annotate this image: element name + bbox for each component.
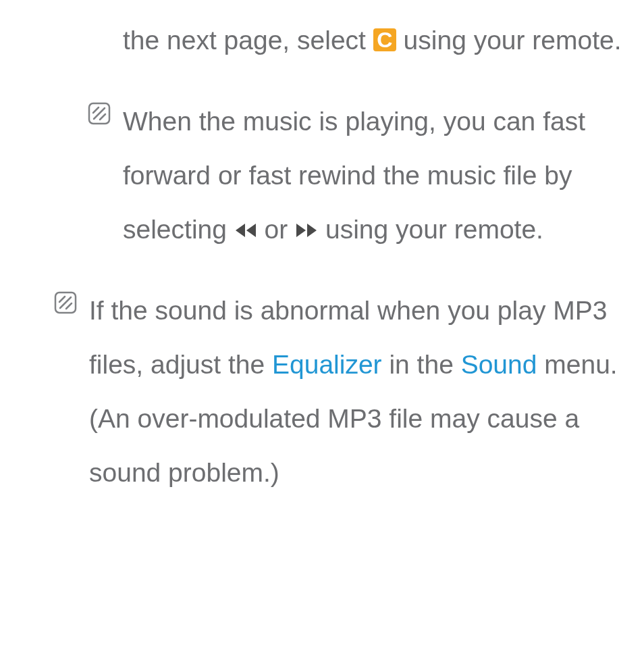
svg-marker-5 — [246, 224, 256, 237]
paragraph-continuation: the next page, select C using your remot… — [20, 14, 624, 68]
note-paragraph: When the music is playing, you can fast … — [20, 95, 624, 257]
svg-line-2 — [93, 107, 99, 113]
svg-line-3 — [100, 114, 105, 120]
note-icon — [54, 291, 77, 314]
svg-line-10 — [59, 297, 65, 302]
text-fragment: using your remote. — [396, 26, 622, 55]
svg-marker-7 — [307, 224, 317, 237]
menu-keyword-equalizer: Equalizer — [272, 350, 382, 379]
menu-keyword-sound: Sound — [461, 350, 537, 379]
text-fragment: the next page, select — [123, 26, 373, 55]
fast-forward-icon — [295, 221, 318, 240]
document-page: the next page, select C using your remot… — [0, 0, 644, 527]
note-paragraph: If the sound is abnormal when you play M… — [20, 284, 624, 500]
svg-marker-6 — [296, 224, 306, 237]
svg-marker-4 — [236, 224, 245, 237]
text-fragment: or — [257, 215, 295, 244]
text-fragment: using your remote. — [318, 215, 543, 244]
text-fragment: in the — [382, 350, 461, 379]
fast-rewind-icon — [234, 221, 257, 240]
svg-line-11 — [66, 303, 72, 309]
note-icon — [88, 102, 111, 125]
remote-button-c-icon: C — [373, 28, 396, 51]
